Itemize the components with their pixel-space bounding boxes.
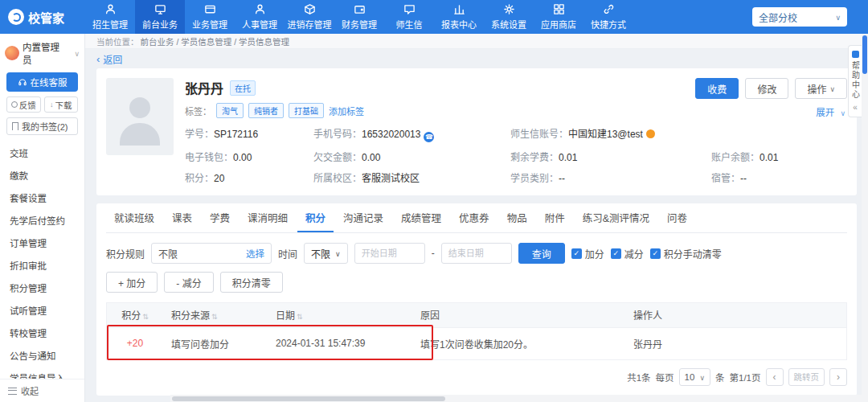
vertical-scrollbar[interactable] [862, 34, 868, 402]
nav-finance[interactable]: 财务管理 [334, 0, 384, 34]
jump-page-input[interactable]: 跳转页 [788, 368, 825, 386]
cell-source: 填写问卷加分 [163, 327, 268, 359]
online-service-button[interactable]: 在线客服 [6, 72, 78, 92]
sidebar-item-pay-later[interactable]: 先学后付签约 [0, 209, 84, 232]
sidebar-item-trial[interactable]: 试听管理 [0, 299, 84, 322]
field-e-wallet: 电子钱包：0.00 [185, 150, 313, 163]
back-link[interactable]: 返回 [85, 49, 868, 68]
sidebar-item-import[interactable]: 学员信息导入 [0, 367, 84, 379]
header-date[interactable]: 日期 [268, 303, 412, 327]
deduct-points-button[interactable]: - 减分 [164, 272, 213, 293]
nav-messages[interactable]: 师生信 [384, 0, 434, 34]
nav-inventory[interactable]: 进销存管理 [285, 0, 334, 34]
sidebar-item-notice[interactable]: 公告与通知 [0, 344, 84, 367]
horizontal-scrollbar-thumb[interactable] [172, 396, 445, 401]
phone-icon[interactable] [424, 132, 434, 142]
rule-select-link[interactable]: 选择 [246, 247, 264, 260]
nav-appstore[interactable]: 应用商店 [534, 0, 583, 34]
wallet-icon [354, 3, 366, 15]
branch-selector[interactable]: 全部分校 [752, 7, 847, 27]
checkbox-deduct-points[interactable]: 减分 [611, 247, 644, 260]
time-range-select[interactable]: 不限 [304, 243, 348, 264]
download-button[interactable]: ↓ 下载 [44, 96, 79, 113]
total-count: 共1条 [627, 371, 650, 384]
field-campus: 所属校区：客服测试校区 [313, 170, 510, 184]
current-user-menu[interactable]: 内置管理员 [0, 34, 84, 71]
my-bookmarks[interactable]: 我的书签(2) [6, 117, 78, 135]
per-page-label: 每页 [656, 371, 674, 384]
add-tag-link[interactable]: 添加标签 [329, 105, 364, 117]
header-points[interactable]: 积分 [107, 303, 163, 327]
sort-icon[interactable] [297, 313, 303, 321]
add-points-button[interactable]: + 加分 [106, 272, 158, 293]
tab-survey[interactable]: 问卷 [659, 203, 695, 232]
start-date-input[interactable] [354, 243, 425, 264]
tab-communication[interactable]: 沟通记录 [335, 203, 391, 232]
help-center-tab[interactable]: 帮助中心 « [848, 45, 862, 117]
header-reason: 原因 [412, 303, 625, 327]
app-name: 校管家 [28, 9, 64, 26]
rule-filter-input[interactable]: 不限 选择 [151, 243, 272, 264]
feedback-button[interactable]: 反馈 [6, 96, 41, 113]
nav-business[interactable]: 业务管理 [185, 0, 235, 34]
sidebar-item-transfer[interactable]: 转校管理 [0, 322, 84, 344]
horizontal-scrollbar[interactable] [170, 395, 862, 402]
vertical-scrollbar-thumb[interactable] [862, 35, 867, 74]
nav-settings[interactable]: 系统设置 [484, 0, 534, 34]
sidebar-item-points[interactable]: 积分管理 [0, 277, 84, 299]
chevron-down-icon [696, 372, 705, 382]
per-page-select[interactable]: 10 [679, 368, 710, 386]
sort-icon[interactable] [142, 313, 149, 321]
nav-admissions[interactable]: 招生管理 [85, 0, 135, 34]
checkbox-add-points[interactable]: 加分 [571, 247, 604, 260]
header-source[interactable]: 积分来源 [163, 303, 268, 327]
collapse-sidebar-button[interactable]: 收起 [0, 379, 84, 402]
tab-consumption[interactable]: 课消明细 [240, 203, 296, 232]
tab-grades[interactable]: 成绩管理 [393, 203, 449, 232]
tab-points[interactable]: 积分 [297, 203, 334, 232]
prev-page-button[interactable]: ‹ [766, 368, 784, 386]
action-dropdown-button[interactable]: 操作 [795, 78, 847, 99]
search-button[interactable]: 查询 [518, 243, 565, 264]
tab-tuition[interactable]: 学费 [202, 203, 238, 232]
chevron-down-icon [71, 48, 80, 58]
field-points: 积分：20 [185, 170, 313, 184]
page-indicator: 第1/1页 [730, 371, 761, 384]
sidebar-item-payment[interactable]: 缴款 [0, 164, 84, 187]
next-page-button[interactable]: › [829, 368, 847, 386]
sort-icon[interactable] [211, 313, 218, 321]
nav-reports[interactable]: 报表中心 [434, 0, 484, 34]
person-icon [104, 3, 117, 15]
tab-coupons[interactable]: 优惠券 [451, 203, 497, 232]
tag[interactable]: 淘气 [216, 103, 244, 118]
nav-hr[interactable]: 人事管理 [235, 0, 285, 34]
field-remaining-tuition: 剩余学费：0.01 [510, 150, 711, 163]
tab-schedule[interactable]: 课表 [164, 203, 200, 232]
tab-attachments[interactable]: 附件 [537, 203, 573, 232]
sidebar-item-orders[interactable]: 订单管理 [0, 232, 84, 254]
person-icon [254, 3, 266, 15]
charge-button[interactable]: 收费 [695, 78, 739, 99]
rule-filter-label: 积分规则 [106, 247, 145, 260]
detail-tabs: 就读班级 课表 学费 课消明细 积分 沟通记录 成绩管理 优惠券 物品 附件 练… [106, 203, 847, 233]
sidebar-item-package[interactable]: 套餐设置 [0, 187, 84, 209]
table-row[interactable]: +20 填写问卷加分 2024-01-31 15:47:39 填写1次问卷收集加… [107, 327, 846, 359]
monitor-icon [154, 3, 166, 15]
tab-practice-assessment[interactable]: 练习&测评情况 [575, 203, 657, 232]
field-amount-due: 欠交金额：0.00 [313, 150, 510, 163]
tag[interactable]: 打基础 [289, 103, 324, 118]
tab-classes[interactable]: 就读班级 [106, 203, 162, 232]
edit-button[interactable]: 修改 [745, 78, 788, 99]
breadcrumb: 当前位置： 前台业务 / 学员信息管理 / 学员信息管理 [85, 34, 868, 49]
reset-points-button[interactable]: 积分清零 [220, 272, 283, 293]
checkbox-manual-reset[interactable]: 积分手动清零 [650, 247, 722, 260]
tab-items[interactable]: 物品 [499, 203, 535, 232]
nav-frontdesk[interactable]: 前台业务 [135, 0, 185, 34]
sidebar-item-shift[interactable]: 交班 [0, 142, 84, 164]
field-account-balance: 账户余额：0.01 [711, 150, 847, 163]
expand-link[interactable]: 展开 [816, 105, 845, 118]
nav-shortcuts[interactable]: 快捷方式 [583, 0, 633, 34]
tag[interactable]: 纯销者 [248, 103, 284, 118]
end-date-input[interactable] [441, 243, 512, 264]
sidebar-item-discount-approval[interactable]: 折扣审批 [0, 254, 84, 277]
